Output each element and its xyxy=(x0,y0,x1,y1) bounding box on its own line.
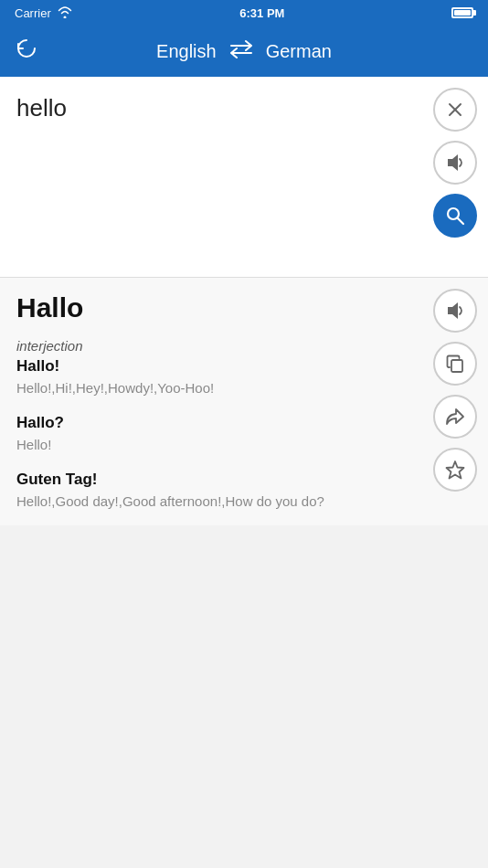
result-synonyms-1: Hello!,Hi!,Hey!,Howdy!,Yoo-Hoo! xyxy=(16,378,472,397)
svg-marker-5 xyxy=(448,302,458,319)
source-language[interactable]: English xyxy=(156,41,217,62)
result-pos-1: interjection xyxy=(16,338,472,354)
nav-bar: English German xyxy=(0,26,488,77)
result-alt-1: Hallo? Hello! xyxy=(16,414,472,454)
status-time: 6:31 PM xyxy=(239,6,284,20)
result-speaker-button[interactable] xyxy=(433,289,477,333)
result-alt-2: Guten Tag! Hello!,Good day!,Good afterno… xyxy=(16,471,472,511)
search-button[interactable] xyxy=(433,194,477,238)
copy-button[interactable] xyxy=(433,342,477,386)
svg-marker-2 xyxy=(448,154,458,171)
battery-icon xyxy=(451,7,473,18)
target-language[interactable]: German xyxy=(266,41,332,62)
result-alt-word-1: Hallo? xyxy=(16,414,472,432)
svg-marker-7 xyxy=(447,461,464,479)
share-button[interactable] xyxy=(433,395,477,439)
result-alt-synonyms-1: Hello! xyxy=(16,435,472,454)
swap-languages-button[interactable] xyxy=(229,39,253,64)
favorite-button[interactable] xyxy=(433,448,477,492)
input-speaker-button[interactable] xyxy=(433,141,477,185)
wifi-icon xyxy=(57,5,73,21)
svg-rect-6 xyxy=(451,360,462,372)
clear-button[interactable] xyxy=(433,88,477,132)
status-left: Carrier xyxy=(15,5,73,21)
status-right xyxy=(451,7,473,18)
result-alt-synonyms-2: Hello!,Good day!,Good afternoon!,How do … xyxy=(16,492,472,511)
result-word: Hallo xyxy=(16,292,472,323)
result-entry-1: interjection Hallo! Hello!,Hi!,Hey!,Howd… xyxy=(16,338,472,397)
input-area: hello xyxy=(0,77,488,278)
status-bar: Carrier 6:31 PM xyxy=(0,0,488,26)
input-text[interactable]: hello xyxy=(16,93,424,124)
result-actions xyxy=(433,289,477,492)
result-translation-1: Hallo! xyxy=(16,357,472,376)
svg-line-4 xyxy=(458,218,464,225)
input-actions xyxy=(433,88,477,238)
carrier-label: Carrier xyxy=(15,6,51,20)
results-area: Hallo interjection Hallo! xyxy=(0,278,488,525)
result-alt-word-2: Guten Tag! xyxy=(16,471,472,489)
history-button[interactable] xyxy=(15,37,38,66)
